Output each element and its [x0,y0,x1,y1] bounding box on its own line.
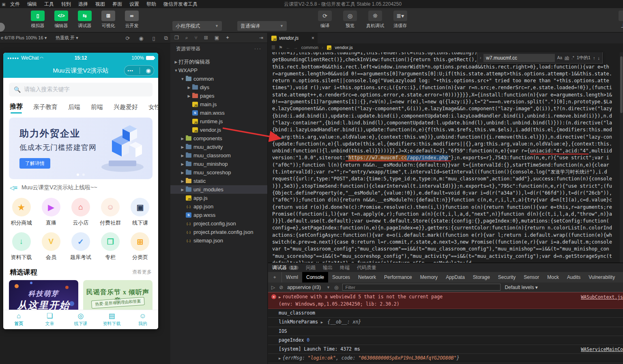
toolbar-button-模拟器[interactable]: ▯模拟器 [28,11,47,29]
tree-item-WXAPP[interactable]: ▼WXAPP [170,66,267,75]
tab-vendor-js[interactable]: JS vendor.js × [268,33,318,43]
tree-item-runtime.js[interactable]: JSruntime.js [170,117,267,126]
menu-item-界面[interactable]: 界面 [109,0,126,8]
tree-item-pages[interactable]: ▶pages [170,92,267,100]
outline-icon[interactable]: ☰ [271,45,275,50]
devtools-tab-Network[interactable]: Network [354,272,380,283]
tree-item-muu_classroom[interactable]: ▶muu_classroom [170,151,267,160]
window-icon[interactable]: ▣ [215,35,219,41]
clear-console-icon[interactable]: ⊘ [279,285,283,290]
compile-mode-select[interactable]: 普通编译▼ [237,21,287,31]
tree-item-app.json[interactable]: {..}app.json [170,202,267,211]
tree-item-uni_modules[interactable]: ▶uni_modules [170,185,267,194]
debugger-tab-调试器[interactable]: 调试器1,3 [272,264,299,271]
hand-icon[interactable]: ✦ [226,35,230,41]
toolbar-button-编辑器[interactable]: </>编辑器 [52,11,71,29]
detach-window-icon[interactable]: ⧉ [164,35,168,41]
action-button-预览[interactable]: ◎预览 [339,11,361,29]
tree-item-main.wxss[interactable]: Smain.wxss [170,109,267,117]
whole-word-icon[interactable]: ab [565,56,569,60]
tree-item-app.wxss[interactable]: Sapp.wxss [170,211,267,219]
prev-match-icon[interactable]: ↑ [593,56,595,60]
devtools-tab-Wxml[interactable]: Wxml [282,272,302,283]
action-button-真机调试[interactable]: ❊真机调试 [365,11,386,29]
console-error-row[interactable]: ✕▶routeDone with a webviewId 5 that is n… [268,292,623,309]
tree-item-common[interactable]: ▼common [170,75,267,83]
devtools-tab-Vulnerability[interactable]: Vulnerability [584,272,619,283]
tree-item-sitemap.json[interactable]: {..}sitemap.json [170,236,267,245]
console-log-row[interactable]: ▶{errMsg: "login:ok", code: "0630080000S… [268,354,623,363]
menu-item-视图[interactable]: 视图 [92,0,109,8]
see-more-link[interactable]: 查看更多 [132,269,152,276]
debugger-tab-终端[interactable]: 终端 [340,264,350,271]
eye-icon[interactable]: ◎ [334,285,338,290]
tree-item-vendor.js[interactable]: JSvendor.js [170,126,267,134]
search-input[interactable]: 🔍 请输入搜索关键字 [9,83,153,96]
debugger-tab-输出[interactable]: 输出 [323,264,333,271]
menu-item-帮助[interactable]: 帮助 [143,0,160,8]
category-tab-亲子教育[interactable]: 亲子教育 [33,103,58,114]
tree-item-打开的编辑器[interactable]: ▶打开的编辑器 [170,58,267,66]
console-log-row[interactable]: muu_classroom [268,309,623,318]
search-icon[interactable]: ⌕ [185,35,188,41]
code-content[interactable]: error=1),this.options.loading=1,this.ren… [268,52,620,263]
banner-carousel[interactable]: 助力外贸企业 低成本无门槛搭建官网 了解详情 [9,118,153,179]
regex-icon[interactable]: .* [571,56,574,60]
quick-entry-云小店[interactable]: ⌂云小店 [66,198,95,227]
quick-entry-题库考试[interactable]: ✓题库考试 [66,232,95,261]
devtools-tab-Performance[interactable]: Performance [380,272,416,283]
match-case-icon[interactable]: Aa [557,56,562,60]
quick-entry-会员[interactable]: V会员 [36,232,66,261]
banner-cta-button[interactable]: 了解详情 [19,158,50,169]
category-tab-后端[interactable]: 后端 [68,103,80,114]
devtools-tab-AppData[interactable]: AppData [442,272,469,283]
console-log-row[interactable]: IOS [268,327,623,336]
device-frame-icon[interactable]: ▯ [153,35,155,41]
extensions-icon[interactable]: ⊞ [204,35,208,41]
console-log-row[interactable]: pageIndex 0 [268,336,623,345]
quick-entry-专栏[interactable]: ❐专栏 [96,232,125,261]
quick-entry-线下课[interactable]: ▣线下课 [125,198,155,227]
close-icon[interactable]: × [312,35,314,41]
files-icon[interactable]: ❐ [174,35,179,41]
quick-entry-直播[interactable]: ▶直播 [36,198,66,227]
tree-item-muu_minishop[interactable]: ▶muu_minishop [170,160,267,168]
source-link[interactable]: WASubContext.js [581,294,623,301]
inspect-element-icon[interactable]: ⌖ [268,272,282,283]
tabbar-item-线下课[interactable]: ◎线下课 [65,310,96,329]
record-icon[interactable]: ◉ [139,35,143,41]
tree-item-diys[interactable]: ▶diys [170,83,267,92]
context-select[interactable]: appservice (#3) ▼ [287,285,330,290]
debugger-tab-代码质量[interactable]: 代码质量 [357,264,376,271]
quick-entry-分类页[interactable]: ⊞分类页 [125,232,155,261]
devtools-tab-Audits[interactable]: Audits [563,272,584,283]
console-filter-input[interactable]: Filter [342,284,501,291]
tree-item-muu_scoreshop[interactable]: ▶muu_scoreshop [170,168,267,177]
more-icon[interactable]: ••• [127,68,133,73]
devtools-tab-Console[interactable]: Console [302,272,328,283]
tree-item-project.private.config.json[interactable]: {..}project.private.config.json [170,228,267,236]
explorer-more-icon[interactable]: ··· [254,46,262,51]
hot-reload-toggle[interactable]: 热重载 开 ▾ [56,35,78,41]
editor-scrollbar[interactable] [620,52,623,263]
tabbar-item-资料下载[interactable]: ▤资料下载 [96,310,127,329]
bookmark-icon[interactable]: ⚑ [279,45,283,50]
breadcrumb-file[interactable]: vendor.js [335,45,353,50]
tree-item-components[interactable]: ▶components [170,134,267,143]
split-editor-icon[interactable]: ⇥ [259,35,263,41]
tabbar-item-文章[interactable]: ❏文章 [34,310,65,329]
source-control-icon[interactable]: ⑂ [195,35,198,41]
tree-item-muu_activity[interactable]: ▶muu_activity [170,143,267,151]
next-match-icon[interactable]: ↓ [598,56,600,60]
category-tab-女性提升[interactable]: 女性提升 [148,103,158,114]
tabbar-item-首页[interactable]: ⌂首页 [3,310,34,329]
quick-entry-积分商城[interactable]: ★积分商城 [6,198,36,227]
toolbar-button-可视化[interactable]: ⊞可视化 [99,11,118,29]
tree-item-main.js[interactable]: JSmain.js [170,100,267,109]
source-link[interactable]: WAServiceMainCo [581,346,623,353]
restart-icon[interactable]: ⟳ [125,35,130,41]
devtools-tab-Storage[interactable]: Storage [469,272,494,283]
find-input[interactable]: w7.muucmf.cc [483,54,554,62]
breadcrumb-folder[interactable]: common [301,45,318,50]
debugger-tab-问题[interactable]: 问题 [306,264,316,271]
